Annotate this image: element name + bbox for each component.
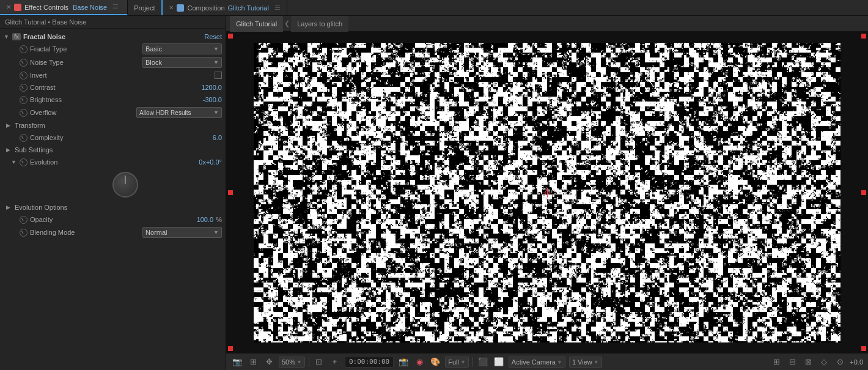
brightness-stopwatch[interactable] <box>20 96 28 104</box>
invert-stopwatch[interactable] <box>20 72 28 80</box>
motion-btn[interactable]: ⊙ <box>834 356 846 368</box>
quality-arrow: ▼ <box>460 359 466 365</box>
quality-dropdown[interactable]: Full ▼ <box>445 357 469 368</box>
evolution-dial[interactable] <box>112 172 138 198</box>
overflow-arrow: ▼ <box>213 109 219 116</box>
fractal-type-label: Fractal Type <box>30 45 140 53</box>
camera-dropdown[interactable]: Active Camera ▼ <box>509 357 565 368</box>
evolution-expand[interactable]: ▼ <box>11 159 17 165</box>
tab-composition[interactable]: ✕ Composition Glitch Tutorial ☰ <box>161 0 287 15</box>
comp-settings-btn[interactable]: ⊡ <box>313 356 325 368</box>
contrast-value[interactable]: 1200.0 <box>201 84 222 91</box>
noise-type-label: Noise Type <box>30 59 140 66</box>
overflow-stopwatch[interactable] <box>20 109 28 117</box>
noise-type-arrow: ▼ <box>213 59 219 65</box>
layer-btn[interactable]: ⊟ <box>786 356 798 368</box>
tab-project[interactable]: Project <box>128 0 161 15</box>
quality-value: Full <box>448 358 459 366</box>
blending-mode-dropdown[interactable]: Normal ▼ <box>142 227 222 238</box>
corner-marker-br <box>861 346 866 351</box>
transform-expand-icon[interactable]: ▶ <box>6 122 12 128</box>
snapshot-btn[interactable]: 📸 <box>397 356 410 368</box>
tab-effect-controls[interactable]: ✕ Effect Controls Base Noise ☰ <box>0 0 128 15</box>
complexity-label: Complexity <box>30 134 210 141</box>
effect-controls-panel: ▼ fx Fractal Noise Reset Fractal Type Ba… <box>0 29 226 370</box>
overflow-value: Allow HDR Results <box>139 109 191 116</box>
opacity-value[interactable]: 100.0 % <box>197 216 222 223</box>
camera-value: Active Camera <box>512 358 556 366</box>
comp-subtab-glitch[interactable]: Glitch Tutorial <box>230 16 283 32</box>
evolution-value[interactable]: 0x+0.0° <box>199 158 222 166</box>
evolution-stopwatch[interactable] <box>20 158 28 166</box>
contrast-stopwatch[interactable] <box>20 84 28 92</box>
fractal-type-stopwatch[interactable] <box>20 45 28 53</box>
grid-btn[interactable]: ⊞ <box>247 356 259 368</box>
corner-marker-bl <box>228 346 233 351</box>
mask-btn[interactable]: ⊠ <box>802 356 814 368</box>
fast-preview-btn[interactable]: ⬛ <box>477 356 489 368</box>
corner-marker-ml <box>228 190 233 195</box>
overflow-dropdown[interactable]: Allow HDR Results ▼ <box>136 107 222 118</box>
bottom-toolbar: 📷 ⊞ ✥ 50% ▼ ⊡ ⌖ 0:00:00:00 📸 ◉ 🎨 Full ▼ <box>226 353 868 370</box>
view-dropdown[interactable]: 1 View ▼ <box>569 357 602 368</box>
overflow-label: Overflow <box>30 109 134 116</box>
invert-checkbox[interactable] <box>215 72 222 79</box>
tab-label-project: Project <box>134 4 155 12</box>
blending-mode-stopwatch[interactable] <box>20 229 28 237</box>
invert-checkbox-area <box>215 72 222 79</box>
reset-button[interactable]: Reset <box>204 33 222 40</box>
keyframe-btn[interactable]: ◇ <box>818 356 830 368</box>
zoom-arrow: ▼ <box>296 359 302 365</box>
render-btn[interactable]: ⊞ <box>770 356 782 368</box>
fractal-type-arrow: ▼ <box>213 46 219 52</box>
comp-tab-name: Glitch Tutorial <box>228 4 269 12</box>
sub-settings-section[interactable]: ▶ Sub Settings <box>0 144 226 156</box>
blending-mode-value: Normal <box>145 229 167 236</box>
zoom-dropdown[interactable]: 50% ▼ <box>279 357 305 368</box>
region-btn[interactable]: ⌖ <box>329 356 341 368</box>
fractal-type-value: Basic <box>145 45 162 53</box>
complexity-stopwatch[interactable] <box>20 134 28 142</box>
evolution-options-expand-icon[interactable]: ▶ <box>6 204 12 210</box>
brightness-row: Brightness -300.0 <box>0 94 226 106</box>
opacity-label: Opacity <box>30 216 194 223</box>
noise-type-stopwatch[interactable] <box>20 59 28 67</box>
comp-nav-arrow[interactable]: ❮ <box>284 20 290 28</box>
comp-subtab-layers[interactable]: Layers to glitch <box>291 16 348 32</box>
comp-subtab-glitch-label: Glitch Tutorial <box>236 20 277 28</box>
blending-mode-label: Blending Mode <box>30 229 140 236</box>
pan-btn[interactable]: ✥ <box>263 356 275 368</box>
opacity-stopwatch[interactable] <box>20 216 28 224</box>
transform-section[interactable]: ▶ Transform <box>0 119 226 131</box>
corner-marker-tl <box>228 34 233 39</box>
invert-label: Invert <box>30 72 212 79</box>
close-icon[interactable]: ✕ <box>6 4 11 10</box>
brightness-value[interactable]: -300.0 <box>203 96 222 103</box>
left-panel: Glitch Tutorial • Base Noise ▼ fx Fracta… <box>0 16 226 370</box>
transparency-btn[interactable]: ⬜ <box>493 356 505 368</box>
top-tab-bar: ✕ Effect Controls Base Noise ☰ Project ✕… <box>0 0 868 16</box>
sub-settings-label: Sub Settings <box>15 146 53 154</box>
tab-label-effect-controls: Effect Controls <box>24 4 68 11</box>
tab-sublabel: Base Noise <box>73 4 107 11</box>
complexity-value[interactable]: 6.0 <box>213 134 222 141</box>
overflow-row: Overflow Allow HDR Results ▼ <box>0 106 226 119</box>
complexity-row: Complexity 6.0 <box>0 131 226 144</box>
timecode-display[interactable]: 0:00:00:00 <box>345 356 394 368</box>
right-panel: Glitch Tutorial ❮ Layers to glitch <box>226 16 868 370</box>
main-content: Glitch Tutorial • Base Noise ▼ fx Fracta… <box>0 16 868 370</box>
sub-settings-expand-icon[interactable]: ▶ <box>6 147 12 153</box>
effect-controls-icon <box>14 4 21 11</box>
fractal-type-dropdown[interactable]: Basic ▼ <box>142 43 222 54</box>
comp-viewport <box>226 32 868 353</box>
correction-btn[interactable]: 🎨 <box>429 356 441 368</box>
evolution-label: Evolution <box>30 158 196 166</box>
fractal-noise-header[interactable]: ▼ fx Fractal Noise Reset <box>0 31 226 42</box>
comp-close-icon[interactable]: ✕ <box>169 4 174 11</box>
color-btn[interactable]: ◉ <box>413 356 425 368</box>
camera-icon-btn[interactable]: 📷 <box>231 356 243 368</box>
expand-icon[interactable]: ▼ <box>4 34 10 40</box>
noise-type-dropdown[interactable]: Block ▼ <box>142 57 222 68</box>
evolution-options-section[interactable]: ▶ Evolution Options <box>0 201 226 213</box>
noise-type-value: Block <box>145 59 162 66</box>
